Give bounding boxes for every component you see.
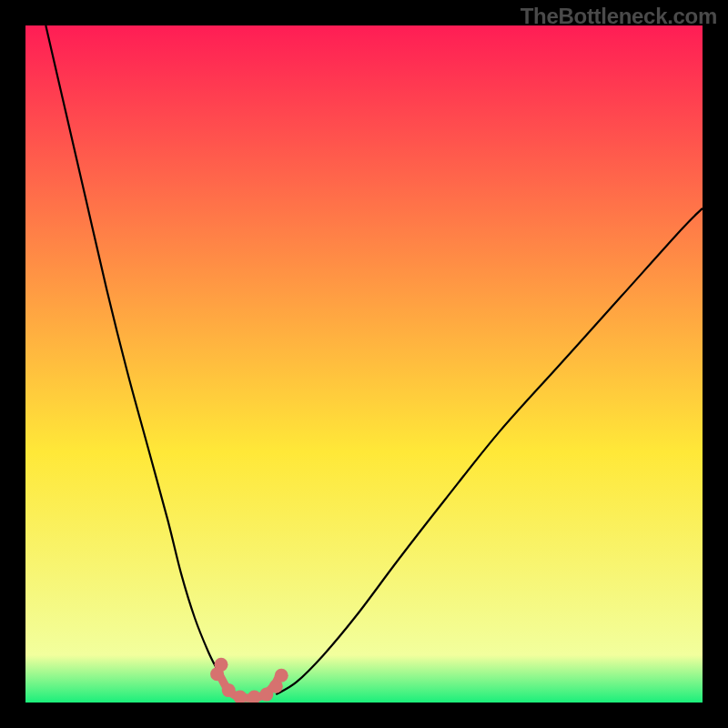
chart-svg bbox=[25, 25, 703, 703]
floor-dot bbox=[215, 658, 228, 672]
watermark-text: TheBottleneck.com bbox=[521, 4, 717, 29]
floor-dot bbox=[222, 683, 236, 697]
chart-frame: TheBottleneck.com bbox=[0, 0, 728, 728]
floor-dot bbox=[275, 669, 288, 682]
plot-area bbox=[25, 25, 703, 703]
gradient-background bbox=[25, 25, 703, 703]
